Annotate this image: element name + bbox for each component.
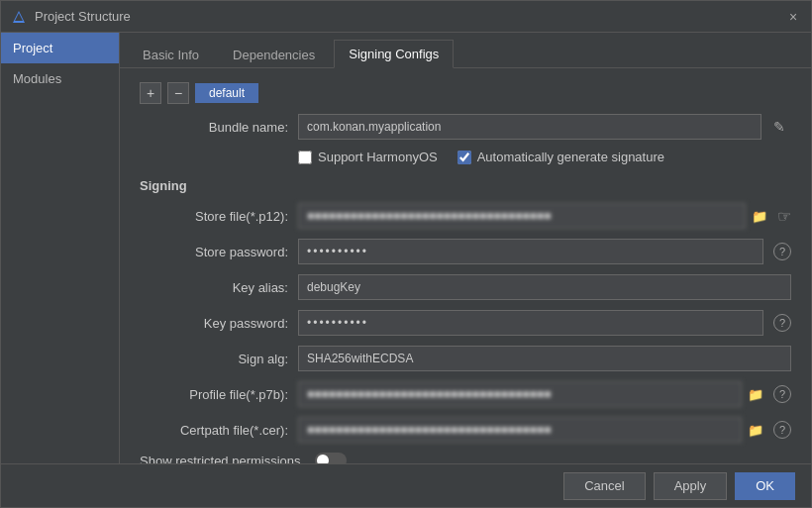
bundle-name-row: Bundle name: ✎ — [140, 114, 791, 140]
key-alias-input[interactable] — [298, 274, 791, 300]
toggle-knob — [317, 455, 329, 463]
show-restricted-row: Show restricted permissions — [140, 453, 791, 463]
config-name[interactable]: default — [195, 83, 258, 103]
project-structure-dialog: Project Structure × Project Modules Basi… — [0, 0, 812, 508]
close-button[interactable]: × — [785, 9, 801, 25]
auto-generate-label: Automatically generate signature — [477, 150, 664, 164]
edit-bundle-icon[interactable]: ✎ — [767, 114, 791, 140]
auto-generate-item: Automatically generate signature — [457, 150, 664, 164]
store-file-input-wrap: 📁 — [298, 203, 767, 229]
sign-alg-row: Sign alg: — [140, 346, 791, 371]
sidebar-item-modules[interactable]: Modules — [1, 63, 119, 94]
store-password-row: Store password: ? — [140, 239, 791, 264]
certpath-file-folder-icon[interactable]: 📁 — [748, 423, 763, 438]
sign-alg-input[interactable] — [298, 346, 791, 371]
profile-file-label: Profile file(*.p7b): — [140, 387, 288, 402]
store-password-label: Store password: — [140, 245, 288, 259]
key-password-input-wrap — [298, 310, 763, 336]
key-password-input[interactable] — [298, 310, 763, 336]
certpath-file-input-wrap: 📁 — [298, 417, 763, 443]
support-harmonyos-checkbox[interactable] — [298, 151, 312, 164]
store-file-input[interactable] — [298, 203, 746, 229]
profile-file-input[interactable] — [298, 381, 742, 407]
cancel-button[interactable]: Cancel — [563, 472, 645, 500]
footer: Cancel Apply OK — [1, 463, 811, 507]
tabs: Basic Info Dependencies Signing Configs — [120, 33, 811, 68]
store-file-row: Store file(*.p12): 📁 ☞ — [140, 203, 791, 229]
dialog-title: Project Structure — [35, 9, 131, 24]
right-panel: Basic Info Dependencies Signing Configs … — [120, 33, 811, 463]
key-alias-label: Key alias: — [140, 280, 288, 295]
profile-file-input-wrap: 📁 — [298, 381, 763, 407]
certpath-file-label: Certpath file(*.cer): — [140, 423, 288, 438]
sign-alg-input-wrap — [298, 346, 791, 371]
support-harmonyos-label: Support HarmonyOS — [318, 150, 438, 164]
store-password-input-wrap — [298, 239, 763, 264]
store-file-label: Store file(*.p12): — [140, 209, 288, 224]
main-content: Project Modules Basic Info Dependencies … — [1, 33, 811, 463]
signing-section-title: Signing — [140, 178, 791, 193]
key-alias-input-wrap — [298, 274, 791, 300]
certpath-file-row: Certpath file(*.cer): 📁 ? — [140, 417, 791, 443]
store-password-input[interactable] — [298, 239, 763, 264]
key-password-help-icon[interactable]: ? — [773, 314, 791, 332]
sidebar: Project Modules — [1, 33, 120, 463]
tab-basic-info[interactable]: Basic Info — [128, 41, 214, 68]
title-bar: Project Structure × — [1, 1, 811, 33]
bundle-name-input-wrap: ✎ — [298, 114, 791, 140]
support-harmonyos-item: Support HarmonyOS — [298, 150, 438, 164]
tab-signing-configs[interactable]: Signing Configs — [334, 40, 454, 68]
title-bar-left: Project Structure — [11, 9, 131, 25]
config-bar: + − default — [140, 82, 791, 104]
fingerprint-icon[interactable]: ☞ — [777, 207, 791, 226]
store-password-help-icon[interactable]: ? — [773, 243, 791, 260]
tab-dependencies[interactable]: Dependencies — [218, 41, 330, 68]
apply-button[interactable]: Apply — [654, 472, 728, 500]
certpath-file-input[interactable] — [298, 417, 742, 443]
profile-file-folder-icon[interactable]: 📁 — [748, 387, 763, 402]
add-config-button[interactable]: + — [140, 82, 161, 104]
auto-generate-checkbox[interactable] — [457, 151, 471, 164]
show-restricted-toggle[interactable] — [315, 453, 347, 463]
key-password-row: Key password: ? — [140, 310, 791, 336]
remove-config-button[interactable]: − — [167, 82, 189, 104]
app-icon — [11, 9, 27, 25]
key-password-label: Key password: — [140, 316, 288, 331]
ok-button[interactable]: OK — [735, 472, 795, 500]
profile-file-row: Profile file(*.p7b): 📁 ? — [140, 381, 791, 407]
show-restricted-label: Show restricted permissions — [140, 454, 301, 464]
bundle-name-label: Bundle name: — [140, 120, 288, 135]
profile-file-help-icon[interactable]: ? — [773, 385, 791, 403]
sidebar-item-project[interactable]: Project — [1, 33, 119, 63]
store-file-folder-icon[interactable]: 📁 — [752, 209, 767, 224]
key-alias-row: Key alias: — [140, 274, 791, 300]
certpath-file-help-icon[interactable]: ? — [773, 421, 791, 439]
checkbox-row: Support HarmonyOS Automatically generate… — [140, 150, 791, 164]
bundle-name-input[interactable] — [298, 114, 761, 140]
sign-alg-label: Sign alg: — [140, 352, 288, 366]
panel-content: + − default Bundle name: ✎ Supp — [120, 68, 811, 463]
